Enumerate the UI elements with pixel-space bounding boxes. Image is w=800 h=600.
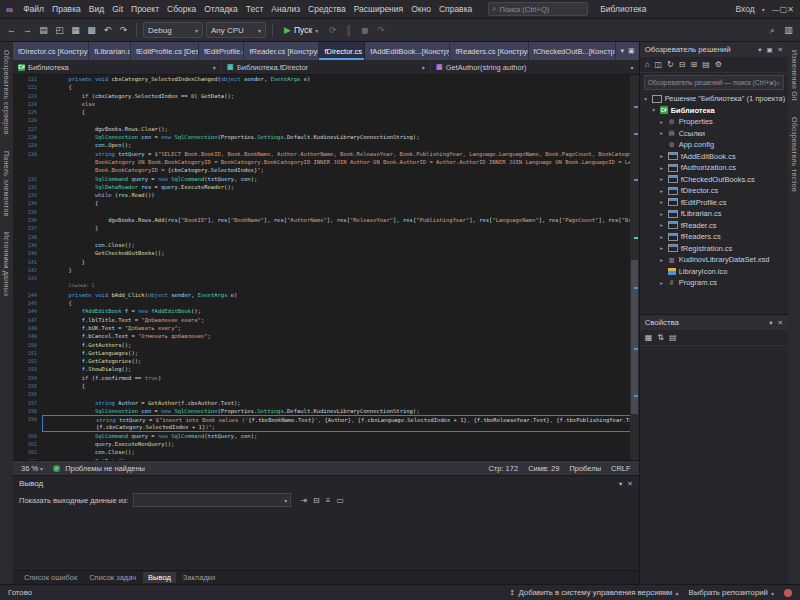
stop-icon[interactable]: ◼ bbox=[358, 25, 371, 35]
menu-item[interactable]: Проект bbox=[127, 3, 163, 15]
solution-explorer-search-input[interactable]: Обозреватель решений — поиск (Ctrl+ж) ⌕ bbox=[644, 75, 784, 90]
tab-list-icon[interactable]: ▾ bbox=[620, 47, 624, 55]
toolbar-options-icon[interactable]: ▥ bbox=[782, 25, 795, 35]
document-tab[interactable]: fReader.cs [Конструктор] bbox=[244, 42, 319, 60]
notifications-icon[interactable] bbox=[784, 589, 792, 597]
expander-icon[interactable]: ▾ bbox=[651, 107, 657, 113]
document-tab[interactable]: fDirector.cs✕ bbox=[319, 42, 365, 60]
tree-item[interactable]: LibraryIcon.ico bbox=[640, 266, 788, 278]
expander-icon[interactable]: ▸ bbox=[659, 257, 665, 263]
expander-icon[interactable]: ▸ bbox=[659, 119, 665, 125]
menu-item[interactable]: Тест bbox=[242, 3, 268, 15]
navbar-type-dropdown[interactable]: ▣ Библиотека.fDirector ▾ bbox=[222, 60, 431, 74]
tree-item[interactable]: ▸fLibrarian.cs bbox=[640, 208, 788, 220]
nav-back-icon[interactable]: ← bbox=[5, 25, 18, 35]
sign-in-link[interactable]: Вход bbox=[735, 4, 754, 14]
close-icon[interactable]: ✕ bbox=[778, 46, 783, 54]
clear-all-icon[interactable]: ⊟ bbox=[313, 496, 320, 505]
tree-item[interactable]: ▸fDirector.cs bbox=[640, 185, 788, 197]
editor-scrollbar[interactable] bbox=[630, 75, 639, 460]
close-icon[interactable]: ✕ bbox=[627, 480, 632, 488]
dock-tab[interactable]: Панель элементов bbox=[3, 151, 10, 217]
menu-item[interactable]: Сборка bbox=[163, 3, 200, 15]
solution-platform-dropdown[interactable]: Any CPU▾ bbox=[206, 22, 266, 38]
tree-item[interactable]: ▸fAddEditBook.cs bbox=[640, 151, 788, 163]
expander-icon[interactable]: ▸ bbox=[659, 130, 665, 136]
eol-indicator[interactable]: CRLF bbox=[611, 464, 631, 473]
expander-icon[interactable]: ▸ bbox=[659, 245, 665, 251]
expander-icon[interactable]: ▸ bbox=[659, 188, 665, 194]
menu-item[interactable]: Git bbox=[108, 3, 127, 15]
properties-page-icon[interactable]: ▤ bbox=[702, 60, 710, 69]
tree-item[interactable]: ▸▥KudinovLibraryDataSet.xsd bbox=[640, 254, 788, 266]
tree-item[interactable]: ▸fEditProfile.cs bbox=[640, 197, 788, 209]
document-tab[interactable]: fAddEditBook...[Конструктор] bbox=[365, 42, 450, 60]
tree-item[interactable]: ▸fRegistration.cs bbox=[640, 243, 788, 255]
select-repository-button[interactable]: Выбрать репозиторий ▴ bbox=[688, 588, 774, 597]
navbar-member-dropdown[interactable]: ▣ GetAuthor(string author) ▾ bbox=[431, 60, 639, 74]
document-tab[interactable]: fEditProfile.cs bbox=[199, 42, 245, 60]
code-editor[interactable]: 121private void cbxCategory_SelectedInde… bbox=[13, 75, 639, 460]
goto-message-icon[interactable]: ⇥ bbox=[300, 496, 307, 505]
expander-icon[interactable]: ▸ bbox=[659, 176, 665, 182]
dock-tab[interactable]: Источники данных bbox=[3, 232, 10, 297]
expander-icon[interactable]: ▸ bbox=[659, 280, 665, 286]
expander-icon[interactable]: ▸ bbox=[659, 165, 665, 171]
categorized-icon[interactable]: ▦ bbox=[645, 333, 653, 342]
document-tab[interactable]: fEditProfile.cs [Design] bbox=[131, 42, 199, 60]
panel-tab[interactable]: Закладки bbox=[178, 572, 220, 583]
open-file-icon[interactable]: ◰ bbox=[53, 25, 66, 35]
step-over-icon[interactable]: ↷ bbox=[374, 25, 387, 35]
tree-item[interactable]: ⚙App.config bbox=[640, 139, 788, 151]
preview-selected-icon[interactable]: ⚙ bbox=[715, 60, 722, 69]
pin-icon[interactable]: ▣ bbox=[766, 46, 772, 54]
menu-item[interactable]: Вид bbox=[85, 3, 108, 15]
document-tab[interactable]: fLibrarian.cs bbox=[89, 42, 131, 60]
expander-icon[interactable]: ▸ bbox=[659, 199, 665, 205]
dock-tab[interactable]: Обозреватель серверов bbox=[3, 50, 10, 135]
menu-item[interactable]: Средства bbox=[304, 3, 350, 15]
redo-icon[interactable]: ↷ bbox=[117, 25, 130, 35]
save-icon[interactable]: ▦ bbox=[69, 25, 82, 35]
new-file-icon[interactable]: ▤ bbox=[37, 25, 50, 35]
menu-item[interactable]: Анализ bbox=[267, 3, 304, 15]
chevron-down-icon[interactable]: ▾ bbox=[769, 319, 772, 327]
tree-item[interactable]: ▸fCheckedOutBooks.cs bbox=[640, 174, 788, 186]
menu-item[interactable]: Файл bbox=[19, 3, 48, 15]
chevron-down-icon[interactable]: ▾ bbox=[619, 480, 622, 488]
expander-icon[interactable]: ▾ bbox=[643, 96, 649, 102]
tree-item[interactable]: ▸fReaders.cs bbox=[640, 231, 788, 243]
add-to-source-control-button[interactable]: ↥ Добавить в систему управления версиями… bbox=[510, 588, 679, 597]
scrollbar-thumb[interactable] bbox=[631, 260, 638, 414]
show-all-files-icon[interactable]: ⊞ bbox=[690, 60, 697, 69]
switch-views-icon[interactable]: ◫ bbox=[654, 60, 662, 69]
navbar-project-dropdown[interactable]: C# Библиотека ▾ bbox=[13, 60, 222, 74]
zoom-level-dropdown[interactable]: 36 %▾ bbox=[21, 464, 43, 473]
expander-icon[interactable]: ▸ bbox=[659, 153, 665, 159]
document-tab[interactable]: fReaders.cs [Конструктор] bbox=[450, 42, 528, 60]
document-tab[interactable]: fCheckedOutB...[Конструктор] bbox=[529, 42, 617, 60]
column-indicator[interactable]: Симв: 29 bbox=[528, 464, 559, 473]
dock-tab[interactable]: Обозреватель тестов bbox=[791, 117, 798, 192]
float-tab-icon[interactable]: ▣ bbox=[628, 47, 635, 55]
document-health-indicator[interactable]: ✓ Проблемы не найдены bbox=[53, 464, 145, 473]
tree-item[interactable]: ▸fReader.cs bbox=[640, 220, 788, 232]
collapse-all-icon[interactable]: ⊟ bbox=[679, 60, 686, 69]
menu-item[interactable]: Окно bbox=[407, 3, 435, 15]
nav-forward-icon[interactable]: → bbox=[21, 25, 34, 35]
expander-icon[interactable]: ▸ bbox=[659, 234, 665, 240]
dock-tab[interactable]: Изменения Git bbox=[791, 50, 798, 101]
hot-reload-icon[interactable]: ⟳ bbox=[326, 25, 339, 35]
menu-item[interactable]: Отладка bbox=[200, 3, 242, 15]
find-in-files-icon[interactable]: ⌕ bbox=[766, 25, 779, 36]
close-button[interactable]: ✕ bbox=[787, 5, 794, 14]
events-icon[interactable]: ▤ bbox=[669, 333, 677, 342]
tree-item[interactable]: ▾C#Библиотека bbox=[640, 105, 788, 117]
tree-item[interactable]: ▾Решение "Библиотека" (1 проекта) bbox=[640, 93, 788, 105]
panel-tab[interactable]: Список задач bbox=[84, 572, 141, 583]
account-chevron-icon[interactable]: ▾ bbox=[762, 6, 765, 13]
panel-tab[interactable]: Список ошибок bbox=[19, 572, 82, 583]
spaces-indicator[interactable]: Пробелы bbox=[569, 464, 601, 473]
output-source-dropdown[interactable]: ▾ bbox=[133, 493, 291, 507]
line-indicator[interactable]: Стр: 172 bbox=[488, 464, 518, 473]
